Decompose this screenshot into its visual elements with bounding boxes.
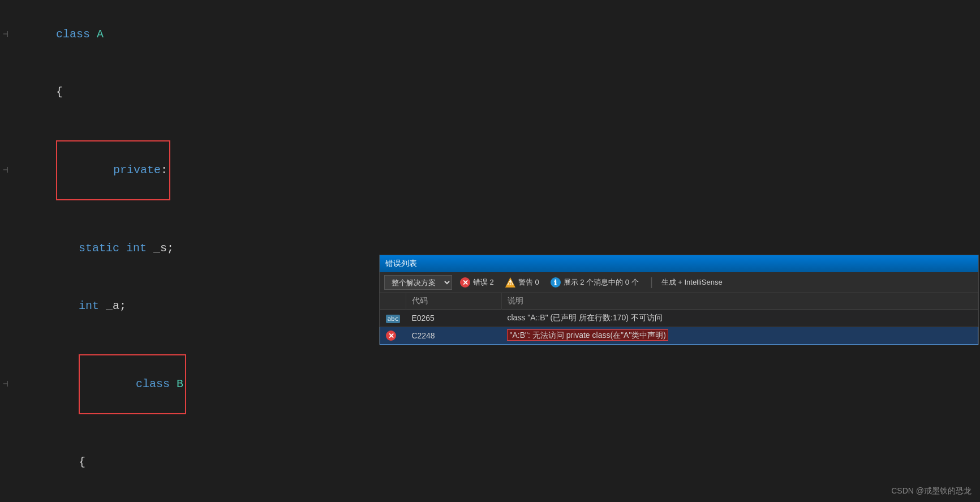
highlighted-code: private: xyxy=(56,140,170,200)
code-line: ⊣ class A xyxy=(0,6,980,63)
row-icon-cell: abc xyxy=(380,310,406,327)
gutter-symbol: ⊣ xyxy=(3,161,11,180)
error-desc-cell: "A:B": 无法访问 private class(在"A"类中声明) xyxy=(501,327,978,345)
keyword: class xyxy=(136,377,177,391)
build-label: 生成 + IntelliSense xyxy=(661,277,723,288)
error-highlight: "A:B": 无法访问 private class(在"A"类中声明) xyxy=(507,329,668,341)
error-desc-cell: class "A::B" (已声明 所在行数:170) 不可访问 xyxy=(501,310,978,327)
scope-select-wrapper[interactable]: 整个解决方案 xyxy=(384,275,452,290)
error-icon: ✕ xyxy=(460,277,470,288)
info-count-label: 展示 2 个消息中的 0 个 xyxy=(564,277,639,288)
error-panel-title: 错误列表 xyxy=(385,259,417,269)
line-content: public: xyxy=(15,491,974,502)
punctuation: { xyxy=(79,456,85,469)
code-editor: ⊣ class A { ⊣ private: static int _s; in… xyxy=(0,0,980,502)
warning-filter-button[interactable]: ⚠ 警告 0 xyxy=(502,276,543,289)
error-code-cell: E0265 xyxy=(406,310,501,327)
punctuation: _a; xyxy=(99,299,126,312)
keyword: static xyxy=(79,242,126,255)
info-icon: ℹ xyxy=(551,277,561,288)
keyword: private xyxy=(113,164,161,177)
line-content: private: xyxy=(15,121,974,220)
error-panel: 错误列表 整个解决方案 ✕ 错误 2 ⚠ 警告 0 ℹ 展示 2 个消息中的 0… xyxy=(379,255,979,345)
col-icon xyxy=(380,293,406,310)
scope-select[interactable]: 整个解决方案 xyxy=(384,275,452,290)
col-code: 代码 xyxy=(406,293,501,310)
table-row[interactable]: ✕ C2248 "A:B": 无法访问 private class(在"A"类中… xyxy=(380,327,978,345)
keyword-int: int xyxy=(126,242,147,255)
table-row[interactable]: abc E0265 class "A::B" (已声明 所在行数:170) 不可… xyxy=(380,310,978,327)
gutter-symbol: ⊣ xyxy=(3,25,11,44)
row-icon-cell: ✕ xyxy=(380,327,406,345)
gutter-symbol: ⊣ xyxy=(3,375,11,394)
watermark: CSDN @戒墨铁的恐龙 xyxy=(891,486,972,496)
error-row-icon: ✕ xyxy=(386,331,396,341)
warning-icon: ⚠ xyxy=(505,277,515,288)
code-line: { xyxy=(0,63,980,121)
col-description: 说明 xyxy=(501,293,978,310)
info-filter-button[interactable]: ℹ 展示 2 个消息中的 0 个 xyxy=(547,276,642,289)
abc-badge: abc xyxy=(386,315,401,323)
toolbar-separator: | xyxy=(648,276,655,289)
error-panel-toolbar: 整个解决方案 ✕ 错误 2 ⚠ 警告 0 ℹ 展示 2 个消息中的 0 个 | … xyxy=(380,272,978,293)
code-line: ⊣ private: xyxy=(0,121,980,220)
class-name: B xyxy=(177,377,183,391)
warning-count-label: 警告 0 xyxy=(518,277,539,288)
error-panel-header: 错误列表 xyxy=(380,255,978,272)
line-content: class A xyxy=(15,6,974,63)
error-code-cell: C2248 xyxy=(406,327,501,345)
line-content: class B xyxy=(15,335,974,434)
error-table: 代码 说明 abc E0265 class "A::B" (已声明 所在行数:1… xyxy=(380,293,978,345)
keyword: class xyxy=(56,28,97,41)
class-name: A xyxy=(97,28,104,41)
code-line: public: xyxy=(0,491,980,502)
keyword-int: int xyxy=(79,299,99,312)
punctuation: : xyxy=(161,164,167,177)
code-line: ⊣ class B xyxy=(0,335,980,434)
line-content: { xyxy=(15,63,974,121)
punctuation: _s; xyxy=(147,242,174,255)
error-table-body: abc E0265 class "A::B" (已声明 所在行数:170) 不可… xyxy=(380,310,978,345)
punctuation: { xyxy=(56,85,63,98)
line-content: { xyxy=(15,434,974,491)
error-table-header: 代码 说明 xyxy=(380,293,978,310)
error-filter-button[interactable]: ✕ 错误 2 xyxy=(457,276,497,289)
error-count-label: 错误 2 xyxy=(473,277,494,288)
code-line: { xyxy=(0,434,980,491)
highlighted-code: class B xyxy=(79,354,186,414)
